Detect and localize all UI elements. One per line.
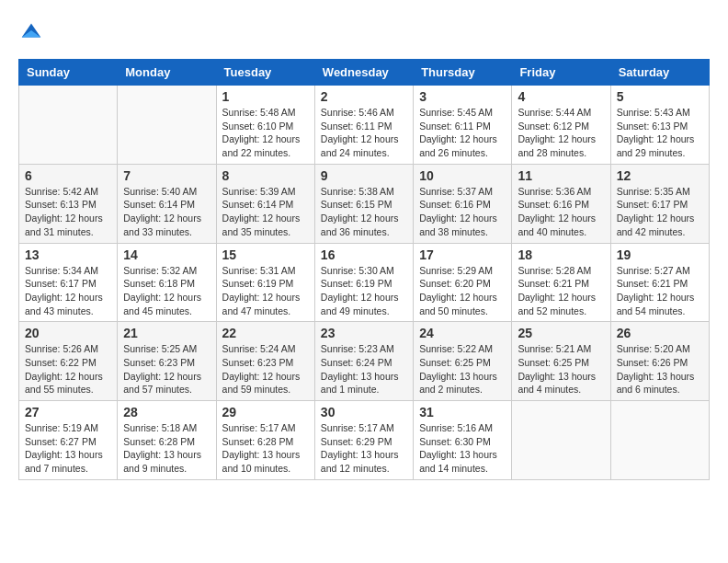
day-number: 17 [419, 247, 506, 262]
day-number: 12 [617, 168, 703, 183]
day-info: Sunrise: 5:44 AM Sunset: 6:12 PM Dayligh… [518, 106, 604, 160]
calendar-cell: 1Sunrise: 5:48 AM Sunset: 6:10 PM Daylig… [216, 86, 314, 165]
logo [18, 18, 48, 44]
calendar-week-3: 13Sunrise: 5:34 AM Sunset: 6:17 PM Dayli… [19, 243, 710, 322]
calendar-cell: 13Sunrise: 5:34 AM Sunset: 6:17 PM Dayli… [19, 243, 118, 322]
calendar-cell: 28Sunrise: 5:18 AM Sunset: 6:28 PM Dayli… [118, 401, 216, 480]
day-number: 8 [222, 168, 309, 183]
calendar-cell: 25Sunrise: 5:21 AM Sunset: 6:25 PM Dayli… [512, 322, 610, 401]
weekday-header-friday: Friday [512, 60, 610, 86]
calendar-cell: 6Sunrise: 5:42 AM Sunset: 6:13 PM Daylig… [19, 164, 118, 243]
day-info: Sunrise: 5:32 AM Sunset: 6:18 PM Dayligh… [123, 264, 210, 318]
day-number: 23 [321, 326, 407, 340]
day-number: 2 [321, 89, 407, 104]
calendar-cell: 15Sunrise: 5:31 AM Sunset: 6:19 PM Dayli… [216, 243, 314, 322]
day-number: 4 [518, 89, 604, 104]
day-info: Sunrise: 5:40 AM Sunset: 6:14 PM Dayligh… [123, 185, 210, 239]
calendar-cell: 5Sunrise: 5:43 AM Sunset: 6:13 PM Daylig… [610, 86, 709, 165]
calendar-cell [19, 86, 118, 165]
calendar-cell: 7Sunrise: 5:40 AM Sunset: 6:14 PM Daylig… [118, 164, 216, 243]
weekday-header-monday: Monday [118, 60, 216, 86]
calendar-cell [118, 86, 216, 165]
day-number: 21 [123, 326, 210, 340]
day-info: Sunrise: 5:21 AM Sunset: 6:25 PM Dayligh… [518, 342, 604, 396]
weekday-header-row: SundayMondayTuesdayWednesdayThursdayFrid… [19, 60, 710, 86]
calendar-cell: 4Sunrise: 5:44 AM Sunset: 6:12 PM Daylig… [512, 86, 610, 165]
calendar-cell: 17Sunrise: 5:29 AM Sunset: 6:20 PM Dayli… [414, 243, 512, 322]
calendar-week-5: 27Sunrise: 5:19 AM Sunset: 6:27 PM Dayli… [19, 401, 710, 480]
day-info: Sunrise: 5:30 AM Sunset: 6:19 PM Dayligh… [321, 264, 407, 318]
day-info: Sunrise: 5:34 AM Sunset: 6:17 PM Dayligh… [25, 264, 111, 318]
day-number: 14 [123, 247, 210, 262]
calendar-cell: 3Sunrise: 5:45 AM Sunset: 6:11 PM Daylig… [414, 86, 512, 165]
day-info: Sunrise: 5:35 AM Sunset: 6:17 PM Dayligh… [617, 185, 703, 239]
day-number: 3 [419, 89, 506, 104]
day-info: Sunrise: 5:36 AM Sunset: 6:16 PM Dayligh… [518, 185, 604, 239]
calendar-cell: 21Sunrise: 5:25 AM Sunset: 6:23 PM Dayli… [118, 322, 216, 401]
day-info: Sunrise: 5:45 AM Sunset: 6:11 PM Dayligh… [419, 106, 506, 160]
logo-icon [18, 18, 44, 44]
day-info: Sunrise: 5:18 AM Sunset: 6:28 PM Dayligh… [123, 421, 210, 476]
day-info: Sunrise: 5:43 AM Sunset: 6:13 PM Dayligh… [617, 106, 703, 160]
day-number: 13 [25, 247, 111, 262]
day-number: 30 [321, 405, 407, 419]
day-info: Sunrise: 5:17 AM Sunset: 6:29 PM Dayligh… [321, 421, 407, 476]
calendar-cell: 8Sunrise: 5:39 AM Sunset: 6:14 PM Daylig… [216, 164, 314, 243]
weekday-header-saturday: Saturday [610, 60, 709, 86]
day-info: Sunrise: 5:17 AM Sunset: 6:28 PM Dayligh… [222, 421, 309, 476]
day-number: 27 [25, 405, 111, 419]
day-number: 18 [518, 247, 604, 262]
calendar-cell: 14Sunrise: 5:32 AM Sunset: 6:18 PM Dayli… [118, 243, 216, 322]
day-info: Sunrise: 5:28 AM Sunset: 6:21 PM Dayligh… [518, 264, 604, 318]
weekday-header-sunday: Sunday [19, 60, 118, 86]
day-number: 10 [419, 168, 506, 183]
calendar-cell: 11Sunrise: 5:36 AM Sunset: 6:16 PM Dayli… [512, 164, 610, 243]
day-number: 28 [123, 405, 210, 419]
day-number: 19 [617, 247, 703, 262]
day-number: 29 [222, 405, 309, 419]
day-number: 31 [419, 405, 506, 419]
calendar-cell: 26Sunrise: 5:20 AM Sunset: 6:26 PM Dayli… [610, 322, 709, 401]
day-number: 25 [518, 326, 604, 340]
weekday-header-wednesday: Wednesday [314, 60, 413, 86]
day-info: Sunrise: 5:39 AM Sunset: 6:14 PM Dayligh… [222, 185, 309, 239]
day-info: Sunrise: 5:42 AM Sunset: 6:13 PM Dayligh… [25, 185, 111, 239]
day-info: Sunrise: 5:20 AM Sunset: 6:26 PM Dayligh… [617, 342, 703, 396]
calendar-cell: 23Sunrise: 5:23 AM Sunset: 6:24 PM Dayli… [314, 322, 413, 401]
day-number: 7 [123, 168, 210, 183]
calendar-cell: 30Sunrise: 5:17 AM Sunset: 6:29 PM Dayli… [314, 401, 413, 480]
calendar-cell [610, 401, 709, 480]
calendar-table: SundayMondayTuesdayWednesdayThursdayFrid… [18, 59, 710, 480]
day-info: Sunrise: 5:16 AM Sunset: 6:30 PM Dayligh… [419, 421, 506, 476]
day-number: 16 [321, 247, 407, 262]
calendar-cell: 31Sunrise: 5:16 AM Sunset: 6:30 PM Dayli… [414, 401, 512, 480]
day-info: Sunrise: 5:46 AM Sunset: 6:11 PM Dayligh… [321, 106, 407, 160]
day-number: 9 [321, 168, 407, 183]
calendar-cell: 12Sunrise: 5:35 AM Sunset: 6:17 PM Dayli… [610, 164, 709, 243]
day-number: 20 [25, 326, 111, 340]
day-number: 5 [617, 89, 703, 104]
day-number: 15 [222, 247, 309, 262]
calendar-cell: 27Sunrise: 5:19 AM Sunset: 6:27 PM Dayli… [19, 401, 118, 480]
weekday-header-thursday: Thursday [414, 60, 512, 86]
day-info: Sunrise: 5:37 AM Sunset: 6:16 PM Dayligh… [419, 185, 506, 239]
calendar-cell [512, 401, 610, 480]
day-info: Sunrise: 5:22 AM Sunset: 6:25 PM Dayligh… [419, 342, 506, 396]
day-info: Sunrise: 5:23 AM Sunset: 6:24 PM Dayligh… [321, 342, 407, 396]
day-number: 22 [222, 326, 309, 340]
calendar-cell: 9Sunrise: 5:38 AM Sunset: 6:15 PM Daylig… [314, 164, 413, 243]
day-info: Sunrise: 5:25 AM Sunset: 6:23 PM Dayligh… [123, 342, 210, 396]
calendar-week-1: 1Sunrise: 5:48 AM Sunset: 6:10 PM Daylig… [19, 86, 710, 165]
calendar-cell: 24Sunrise: 5:22 AM Sunset: 6:25 PM Dayli… [414, 322, 512, 401]
calendar-cell: 19Sunrise: 5:27 AM Sunset: 6:21 PM Dayli… [610, 243, 709, 322]
day-info: Sunrise: 5:31 AM Sunset: 6:19 PM Dayligh… [222, 264, 309, 318]
day-info: Sunrise: 5:48 AM Sunset: 6:10 PM Dayligh… [222, 106, 309, 160]
day-number: 1 [222, 89, 309, 104]
day-number: 11 [518, 168, 604, 183]
weekday-header-tuesday: Tuesday [216, 60, 314, 86]
day-number: 24 [419, 326, 506, 340]
day-number: 26 [617, 326, 703, 340]
calendar-cell: 10Sunrise: 5:37 AM Sunset: 6:16 PM Dayli… [414, 164, 512, 243]
calendar-cell: 29Sunrise: 5:17 AM Sunset: 6:28 PM Dayli… [216, 401, 314, 480]
calendar-week-2: 6Sunrise: 5:42 AM Sunset: 6:13 PM Daylig… [19, 164, 710, 243]
